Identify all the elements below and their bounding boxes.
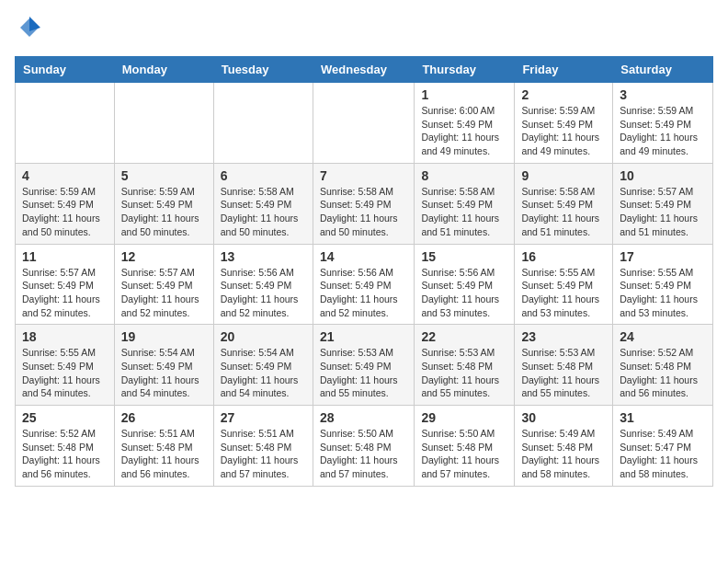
calendar-cell: 11Sunrise: 5:57 AM Sunset: 5:49 PM Dayli… (16, 244, 115, 325)
day-number: 7 (320, 168, 407, 183)
calendar-week-row: 18Sunrise: 5:55 AM Sunset: 5:49 PM Dayli… (16, 325, 713, 406)
calendar-cell: 18Sunrise: 5:55 AM Sunset: 5:49 PM Dayli… (16, 325, 115, 406)
day-number: 5 (121, 168, 207, 183)
day-info: Sunrise: 5:57 AM Sunset: 5:49 PM Dayligh… (620, 185, 706, 239)
day-info: Sunrise: 5:59 AM Sunset: 5:49 PM Dayligh… (521, 104, 606, 158)
column-header-tuesday: Tuesday (213, 57, 313, 83)
day-info: Sunrise: 5:56 AM Sunset: 5:49 PM Dayligh… (421, 266, 507, 320)
calendar-cell: 24Sunrise: 5:52 AM Sunset: 5:48 PM Dayli… (613, 325, 713, 406)
day-number: 25 (22, 410, 108, 425)
day-info: Sunrise: 5:51 AM Sunset: 5:48 PM Dayligh… (121, 427, 207, 481)
calendar-cell (16, 83, 115, 164)
day-info: Sunrise: 5:50 AM Sunset: 5:48 PM Dayligh… (421, 427, 507, 481)
day-info: Sunrise: 5:49 AM Sunset: 5:47 PM Dayligh… (620, 427, 706, 481)
calendar-cell: 25Sunrise: 5:52 AM Sunset: 5:48 PM Dayli… (16, 406, 115, 487)
day-number: 20 (221, 329, 306, 344)
calendar-cell: 17Sunrise: 5:55 AM Sunset: 5:49 PM Dayli… (613, 244, 713, 325)
day-number: 15 (421, 249, 507, 264)
day-number: 29 (421, 410, 507, 425)
header (15, 15, 713, 45)
day-number: 19 (121, 329, 207, 344)
day-info: Sunrise: 5:51 AM Sunset: 5:48 PM Dayligh… (221, 427, 306, 481)
calendar-cell: 13Sunrise: 5:56 AM Sunset: 5:49 PM Dayli… (213, 244, 313, 325)
day-number: 2 (521, 87, 606, 102)
day-info: Sunrise: 5:56 AM Sunset: 5:49 PM Dayligh… (221, 266, 306, 320)
day-number: 28 (320, 410, 407, 425)
day-number: 24 (620, 329, 706, 344)
calendar-cell: 29Sunrise: 5:50 AM Sunset: 5:48 PM Dayli… (415, 406, 515, 487)
day-number: 6 (221, 168, 306, 183)
day-info: Sunrise: 5:52 AM Sunset: 5:48 PM Dayligh… (22, 427, 108, 481)
calendar-cell: 31Sunrise: 5:49 AM Sunset: 5:47 PM Dayli… (613, 406, 713, 487)
column-header-thursday: Thursday (415, 57, 515, 83)
logo-icon (17, 15, 42, 40)
calendar-week-row: 1Sunrise: 6:00 AM Sunset: 5:49 PM Daylig… (16, 83, 713, 164)
day-info: Sunrise: 5:55 AM Sunset: 5:49 PM Dayligh… (521, 266, 606, 320)
day-number: 13 (221, 249, 306, 264)
day-info: Sunrise: 5:54 AM Sunset: 5:49 PM Dayligh… (221, 346, 306, 400)
calendar-cell: 28Sunrise: 5:50 AM Sunset: 5:48 PM Dayli… (313, 406, 414, 487)
calendar-cell: 16Sunrise: 5:55 AM Sunset: 5:49 PM Dayli… (515, 244, 613, 325)
calendar-cell: 6Sunrise: 5:58 AM Sunset: 5:49 PM Daylig… (213, 163, 313, 244)
calendar-cell: 7Sunrise: 5:58 AM Sunset: 5:49 PM Daylig… (313, 163, 414, 244)
day-info: Sunrise: 5:49 AM Sunset: 5:48 PM Dayligh… (521, 427, 606, 481)
calendar-week-row: 25Sunrise: 5:52 AM Sunset: 5:48 PM Dayli… (16, 406, 713, 487)
day-info: Sunrise: 5:59 AM Sunset: 5:49 PM Dayligh… (121, 185, 207, 239)
calendar-table: SundayMondayTuesdayWednesdayThursdayFrid… (15, 56, 713, 487)
column-header-wednesday: Wednesday (313, 57, 414, 83)
day-info: Sunrise: 5:59 AM Sunset: 5:49 PM Dayligh… (22, 185, 108, 239)
day-info: Sunrise: 5:55 AM Sunset: 5:49 PM Dayligh… (22, 346, 108, 400)
calendar-cell: 2Sunrise: 5:59 AM Sunset: 5:49 PM Daylig… (515, 83, 613, 164)
day-number: 26 (121, 410, 207, 425)
day-info: Sunrise: 5:53 AM Sunset: 5:48 PM Dayligh… (421, 346, 507, 400)
calendar-cell: 9Sunrise: 5:58 AM Sunset: 5:49 PM Daylig… (515, 163, 613, 244)
calendar-cell: 1Sunrise: 6:00 AM Sunset: 5:49 PM Daylig… (415, 83, 515, 164)
calendar-cell: 8Sunrise: 5:58 AM Sunset: 5:49 PM Daylig… (415, 163, 515, 244)
calendar-cell: 5Sunrise: 5:59 AM Sunset: 5:49 PM Daylig… (114, 163, 213, 244)
day-number: 11 (22, 249, 108, 264)
day-info: Sunrise: 5:59 AM Sunset: 5:49 PM Dayligh… (620, 104, 706, 158)
column-header-friday: Friday (515, 57, 613, 83)
calendar-cell: 30Sunrise: 5:49 AM Sunset: 5:48 PM Dayli… (515, 406, 613, 487)
day-info: Sunrise: 5:58 AM Sunset: 5:49 PM Dayligh… (320, 185, 407, 239)
day-info: Sunrise: 5:58 AM Sunset: 5:49 PM Dayligh… (521, 185, 606, 239)
calendar-cell: 26Sunrise: 5:51 AM Sunset: 5:48 PM Dayli… (114, 406, 213, 487)
day-info: Sunrise: 5:56 AM Sunset: 5:49 PM Dayligh… (320, 266, 407, 320)
day-info: Sunrise: 5:50 AM Sunset: 5:48 PM Dayligh… (320, 427, 407, 481)
calendar-cell: 10Sunrise: 5:57 AM Sunset: 5:49 PM Dayli… (613, 163, 713, 244)
day-number: 16 (521, 249, 606, 264)
day-number: 1 (421, 87, 507, 102)
calendar-cell: 27Sunrise: 5:51 AM Sunset: 5:48 PM Dayli… (213, 406, 313, 487)
calendar-cell: 20Sunrise: 5:54 AM Sunset: 5:49 PM Dayli… (213, 325, 313, 406)
calendar-cell: 12Sunrise: 5:57 AM Sunset: 5:49 PM Dayli… (114, 244, 213, 325)
day-number: 23 (521, 329, 606, 344)
day-info: Sunrise: 5:53 AM Sunset: 5:48 PM Dayligh… (521, 346, 606, 400)
logo (15, 15, 42, 45)
calendar-cell: 3Sunrise: 5:59 AM Sunset: 5:49 PM Daylig… (613, 83, 713, 164)
calendar-cell (114, 83, 213, 164)
calendar-week-row: 11Sunrise: 5:57 AM Sunset: 5:49 PM Dayli… (16, 244, 713, 325)
day-info: Sunrise: 5:53 AM Sunset: 5:49 PM Dayligh… (320, 346, 407, 400)
calendar-cell: 22Sunrise: 5:53 AM Sunset: 5:48 PM Dayli… (415, 325, 515, 406)
day-number: 27 (221, 410, 306, 425)
day-info: Sunrise: 5:57 AM Sunset: 5:49 PM Dayligh… (121, 266, 207, 320)
day-number: 22 (421, 329, 507, 344)
calendar-cell: 4Sunrise: 5:59 AM Sunset: 5:49 PM Daylig… (16, 163, 115, 244)
calendar-cell: 19Sunrise: 5:54 AM Sunset: 5:49 PM Dayli… (114, 325, 213, 406)
day-info: Sunrise: 5:52 AM Sunset: 5:48 PM Dayligh… (620, 346, 706, 400)
day-number: 14 (320, 249, 407, 264)
column-header-saturday: Saturday (613, 57, 713, 83)
calendar-cell: 14Sunrise: 5:56 AM Sunset: 5:49 PM Dayli… (313, 244, 414, 325)
calendar-cell: 15Sunrise: 5:56 AM Sunset: 5:49 PM Dayli… (415, 244, 515, 325)
day-info: Sunrise: 6:00 AM Sunset: 5:49 PM Dayligh… (421, 104, 507, 158)
calendar-week-row: 4Sunrise: 5:59 AM Sunset: 5:49 PM Daylig… (16, 163, 713, 244)
day-info: Sunrise: 5:55 AM Sunset: 5:49 PM Dayligh… (620, 266, 706, 320)
day-number: 3 (620, 87, 706, 102)
day-number: 31 (620, 410, 706, 425)
day-number: 8 (421, 168, 507, 183)
day-info: Sunrise: 5:57 AM Sunset: 5:49 PM Dayligh… (22, 266, 108, 320)
day-info: Sunrise: 5:54 AM Sunset: 5:49 PM Dayligh… (121, 346, 207, 400)
day-info: Sunrise: 5:58 AM Sunset: 5:49 PM Dayligh… (221, 185, 306, 239)
day-number: 21 (320, 329, 407, 344)
calendar-header-row: SundayMondayTuesdayWednesdayThursdayFrid… (16, 57, 713, 83)
